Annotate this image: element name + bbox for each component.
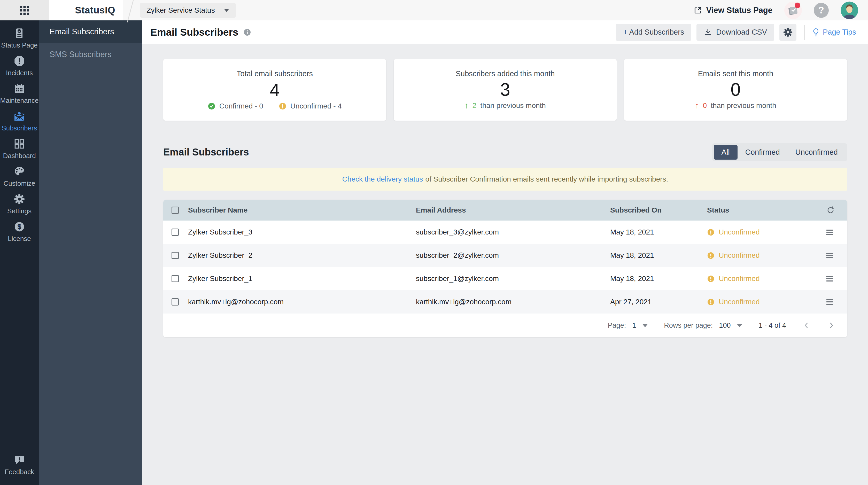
sidebar-item-label: Dashboard [3, 152, 36, 160]
cell-subscriber-name: Zylker Subscriber_2 [188, 251, 416, 260]
sidebar-item-label: Maintenance [0, 97, 39, 105]
page-label: Page: [608, 322, 626, 329]
sidebar-item-feedback[interactable]: Feedback [0, 451, 39, 479]
download-csv-button[interactable]: Download CSV [696, 24, 774, 41]
settings-gear-button[interactable] [779, 24, 797, 41]
row-menu-button[interactable] [826, 228, 833, 236]
subnav-item-label: SMS Subscribers [50, 50, 111, 59]
status-label: Unconfirmed [719, 274, 760, 283]
sidebar-item-label: Incidents [6, 69, 33, 77]
sidebar-item-dashboard[interactable]: Dashboard [0, 135, 39, 163]
row-menu-button[interactable] [826, 298, 833, 306]
avatar-image [841, 2, 858, 19]
chevron-right-icon [827, 321, 836, 330]
page-tips-button[interactable]: Page Tips [812, 28, 859, 37]
sidebar-item-license[interactable]: $ License [0, 218, 39, 246]
app-launcher-button[interactable] [0, 0, 49, 21]
row-checkbox[interactable] [172, 298, 179, 305]
cell-status: Unconfirmed [707, 228, 825, 236]
filter-confirmed[interactable]: Confirmed [738, 145, 788, 160]
notifications-button[interactable] [784, 2, 802, 19]
subnav-item-email-subscribers[interactable]: Email Subscribers [39, 21, 142, 43]
sidebar-item-subscribers[interactable]: Subscribers [0, 107, 39, 135]
check-circle-icon [208, 102, 215, 110]
subnav-item-sms-subscribers[interactable]: SMS Subscribers [39, 43, 142, 66]
sidebar-item-incidents[interactable]: Incidents [0, 52, 39, 80]
trend: ↑ 2 than previous month [464, 101, 546, 110]
row-checkbox[interactable] [172, 275, 179, 282]
column-subscriber-name: Subscriber Name [188, 206, 416, 214]
rows-per-page-label: Rows per page: [664, 322, 713, 329]
column-subscribed-on: Subscribed On [610, 206, 707, 214]
row-menu-button[interactable] [826, 275, 833, 283]
chevron-left-icon [802, 321, 811, 330]
row-checkbox[interactable] [172, 229, 179, 236]
cell-subscribed-on: Apr 27, 2021 [610, 298, 707, 306]
table-row[interactable]: Zylker Subscriber_1 subscriber_1@zylker.… [163, 267, 847, 290]
row-menu-button[interactable] [826, 252, 833, 259]
row-checkbox[interactable] [172, 252, 179, 259]
next-page-button[interactable] [827, 321, 836, 330]
cell-email-address: karthik.mv+lg@zohocorp.com [416, 298, 610, 306]
help-button[interactable] [814, 3, 829, 18]
page-title: Email Subscribers [150, 27, 251, 38]
brand-block: StatusIQ [49, 0, 123, 21]
unconfirmed-count: Unconfirmed - 4 [279, 102, 342, 110]
cell-subscriber-name: Zylker Subscriber_1 [188, 274, 416, 283]
status-page-icon [14, 28, 25, 39]
add-subscribers-button[interactable]: + Add Subscribers [616, 24, 691, 41]
feedback-icon [14, 454, 25, 465]
status-filter-tabs: All Confirmed Unconfirmed [712, 143, 847, 161]
sidebar-item-status-page[interactable]: Status Page [0, 25, 39, 52]
section-title: Email Subscribers [163, 147, 249, 158]
filter-all[interactable]: All [714, 145, 738, 160]
warning-circle-icon [707, 275, 715, 283]
card-value: 0 [731, 80, 741, 99]
column-status: Status [707, 206, 825, 214]
cell-email-address: subscriber_1@zylker.com [416, 274, 610, 283]
rows-per-page-selector[interactable]: Rows per page: 100 [664, 322, 742, 329]
sidebar-item-label: Feedback [5, 468, 34, 476]
info-icon[interactable] [243, 28, 251, 36]
table-pagination: Page: 1 Rows per page: 100 1 - 4 of 4 [163, 314, 847, 337]
app-logo: StatusIQ [75, 5, 115, 16]
cell-status: Unconfirmed [707, 274, 825, 283]
select-all-checkbox[interactable] [172, 206, 179, 214]
previous-page-button[interactable] [802, 321, 811, 330]
card-title: Total email subscribers [237, 69, 313, 78]
refresh-button[interactable] [826, 206, 835, 215]
content-area: Total email subscribers 4 Confirmed - 0 [142, 44, 868, 485]
page-actions: + Add Subscribers Download CSV [616, 24, 859, 41]
page-selector[interactable]: Page: 1 [608, 322, 648, 329]
table-row[interactable]: karthik.mv+lg@zohocorp.com karthik.mv+lg… [163, 290, 847, 314]
card-footer: Confirmed - 0 Unconfirmed - 4 [208, 102, 342, 110]
confirmed-label: Confirmed - 0 [219, 102, 263, 110]
table-row[interactable]: Zylker Subscriber_3 subscriber_3@zylker.… [163, 221, 847, 244]
status-label: Unconfirmed [719, 228, 760, 236]
gear-icon [783, 27, 793, 37]
chevron-down-icon [224, 9, 229, 12]
status-page-selector-value: Zylker Service Status [147, 6, 215, 14]
card-subscribers-added: Subscribers added this month 3 ↑ 2 than … [394, 59, 617, 121]
card-total-subscribers: Total email subscribers 4 Confirmed - 0 [163, 59, 386, 121]
subnav-item-label: Email Subscribers [50, 27, 114, 36]
sidebar-item-settings[interactable]: Settings [0, 190, 39, 218]
page-header: Email Subscribers + Add Subscribers Down… [142, 21, 868, 44]
card-value: 3 [500, 80, 510, 99]
sidebar-item-customize[interactable]: Customize [0, 163, 39, 190]
user-avatar[interactable] [841, 2, 858, 19]
filter-unconfirmed[interactable]: Unconfirmed [788, 145, 845, 160]
cell-email-address: subscriber_2@zylker.com [416, 251, 610, 260]
chevron-down-icon [737, 324, 742, 327]
sidebar-item-maintenance[interactable]: Maintenance [0, 80, 39, 107]
dashboard-icon [14, 138, 25, 150]
sidebar-item-label: Status Page [1, 41, 38, 49]
pagination-range: 1 - 4 of 4 [758, 322, 786, 329]
check-delivery-status-link[interactable]: Check the delivery status [342, 175, 423, 183]
table-row[interactable]: Zylker Subscriber_2 subscriber_2@zylker.… [163, 244, 847, 267]
status-page-selector[interactable]: Zylker Service Status [140, 3, 236, 18]
bulb-icon [812, 28, 819, 37]
view-status-page-button[interactable]: View Status Page [693, 6, 772, 15]
status-label: Unconfirmed [719, 298, 760, 306]
divider [804, 25, 805, 40]
